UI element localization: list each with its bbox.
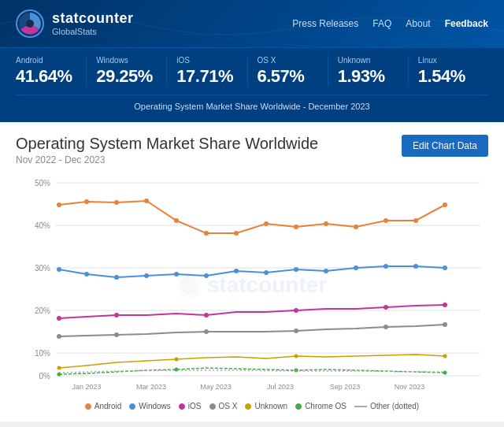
svg-point-57 — [204, 329, 209, 334]
stat-windows-label: Windows — [96, 56, 157, 65]
svg-text:Sep 2023: Sep 2023 — [330, 383, 361, 391]
svg-point-49 — [57, 316, 61, 321]
legend-android: Android — [85, 402, 121, 410]
svg-text:40%: 40% — [35, 221, 50, 230]
svg-point-41 — [234, 269, 239, 273]
stat-linux: Linux 1.54% — [409, 56, 488, 87]
svg-point-37 — [114, 275, 119, 280]
svg-point-30 — [324, 221, 328, 226]
svg-point-53 — [384, 305, 388, 310]
legend-ios-dot — [179, 403, 185, 410]
svg-point-29 — [294, 225, 298, 229]
legend-ios: iOS — [179, 402, 202, 410]
svg-point-59 — [384, 325, 388, 329]
svg-point-43 — [294, 267, 298, 272]
svg-point-46 — [384, 264, 388, 269]
legend-other-label: Other (dotted) — [370, 402, 419, 410]
svg-point-55 — [57, 334, 61, 339]
legend-osx: OS X — [209, 402, 238, 410]
svg-point-27 — [234, 231, 239, 236]
nav-about[interactable]: About — [406, 18, 430, 29]
svg-point-35 — [57, 267, 61, 272]
svg-point-50 — [114, 313, 119, 317]
svg-point-36 — [84, 272, 89, 277]
chart-svg: 50% 40% 30% 20% 10% 0% Jan 2023 Mar 2023… — [16, 175, 488, 395]
svg-point-63 — [295, 355, 298, 358]
stats-subtitle: Operating System Market Share Worldwide … — [16, 95, 488, 111]
svg-point-23 — [114, 200, 119, 205]
legend-android-label: Android — [94, 402, 121, 410]
svg-point-60 — [443, 322, 447, 327]
stat-unknown-label: Unknown — [338, 56, 398, 65]
svg-point-39 — [174, 272, 179, 277]
svg-point-25 — [174, 218, 179, 223]
stat-linux-value: 1.54% — [418, 66, 479, 87]
legend-other-line — [354, 406, 367, 407]
chart-subtitle: Nov 2022 - Dec 2023 — [16, 154, 318, 165]
legend-other: Other (dotted) — [354, 402, 419, 410]
legend-chromeos: Chrome OS — [295, 402, 346, 410]
svg-text:50%: 50% — [35, 179, 50, 188]
svg-point-21 — [57, 202, 61, 207]
svg-point-38 — [144, 273, 149, 278]
site-header: statcounter GlobalStats Press Releases F… — [0, 0, 504, 47]
svg-point-45 — [354, 265, 358, 270]
statcounter-logo-icon — [16, 9, 44, 38]
logo-sub: GlobalStats — [52, 27, 134, 36]
stats-grid: Android 41.64% Windows 29.25% iOS 17.71%… — [16, 56, 488, 87]
stat-osx: OS X 6.57% — [248, 56, 328, 87]
edit-chart-button[interactable]: Edit Chart Data — [402, 135, 488, 157]
legend-android-dot — [85, 403, 91, 410]
legend-unknown-label: Unknown — [254, 402, 287, 410]
logo-text: statcounter GlobalStats — [52, 11, 134, 36]
legend-chromeos-label: Chrome OS — [305, 402, 346, 410]
svg-point-24 — [144, 199, 149, 203]
chart-header: Operating System Market Share Worldwide … — [16, 135, 488, 165]
chart-title-area: Operating System Market Share Worldwide … — [16, 135, 318, 165]
legend-ios-label: iOS — [188, 402, 202, 410]
svg-point-64 — [443, 355, 447, 358]
svg-point-32 — [384, 218, 388, 223]
logo-name: statcounter — [52, 11, 134, 27]
svg-text:Jul 2023: Jul 2023 — [267, 383, 294, 391]
legend-windows-dot — [129, 403, 135, 410]
stat-ios-value: 17.71% — [176, 66, 237, 87]
chart-wrapper: statcounter 50% 40% 30% 20% 10% 0% Jan 2… — [16, 175, 488, 395]
svg-text:Mar 2023: Mar 2023 — [136, 383, 166, 391]
svg-point-33 — [413, 218, 418, 223]
svg-point-1 — [26, 20, 34, 28]
nav-links: Press Releases FAQ About Feedback — [292, 18, 488, 29]
svg-point-34 — [443, 202, 447, 207]
stats-bar: Android 41.64% Windows 29.25% iOS 17.71%… — [0, 47, 504, 122]
legend-unknown-dot — [245, 403, 251, 410]
chart-title: Operating System Market Share Worldwide — [16, 135, 318, 153]
stat-android: Android 41.64% — [16, 56, 87, 87]
svg-point-26 — [204, 231, 209, 236]
logo: statcounter GlobalStats — [16, 9, 134, 38]
legend-windows-label: Windows — [139, 402, 171, 410]
stat-unknown-value: 1.93% — [338, 66, 398, 87]
stat-windows: Windows 29.25% — [87, 56, 167, 87]
svg-point-44 — [324, 269, 328, 273]
stat-ios: iOS 17.71% — [167, 56, 247, 87]
nav-faq[interactable]: FAQ — [372, 18, 391, 29]
nav-press-releases[interactable]: Press Releases — [292, 18, 358, 29]
stat-android-label: Android — [16, 56, 76, 65]
svg-text:20%: 20% — [35, 306, 50, 315]
stat-ios-label: iOS — [176, 56, 237, 65]
chart-legend: Android Windows iOS OS X Unknown Chrome … — [16, 402, 488, 410]
svg-point-28 — [264, 221, 269, 226]
svg-point-54 — [443, 303, 447, 307]
svg-text:10%: 10% — [35, 349, 50, 358]
svg-point-40 — [204, 273, 209, 278]
svg-text:May 2023: May 2023 — [200, 383, 232, 391]
svg-point-52 — [294, 308, 298, 313]
legend-unknown: Unknown — [245, 402, 287, 410]
stat-windows-value: 29.25% — [96, 66, 157, 87]
nav-feedback[interactable]: Feedback — [445, 18, 488, 29]
legend-chromeos-dot — [295, 403, 302, 410]
stat-osx-label: OS X — [258, 56, 318, 65]
chart-container: Operating System Market Share Worldwide … — [0, 122, 504, 421]
svg-point-22 — [84, 199, 89, 204]
svg-point-61 — [57, 366, 61, 370]
